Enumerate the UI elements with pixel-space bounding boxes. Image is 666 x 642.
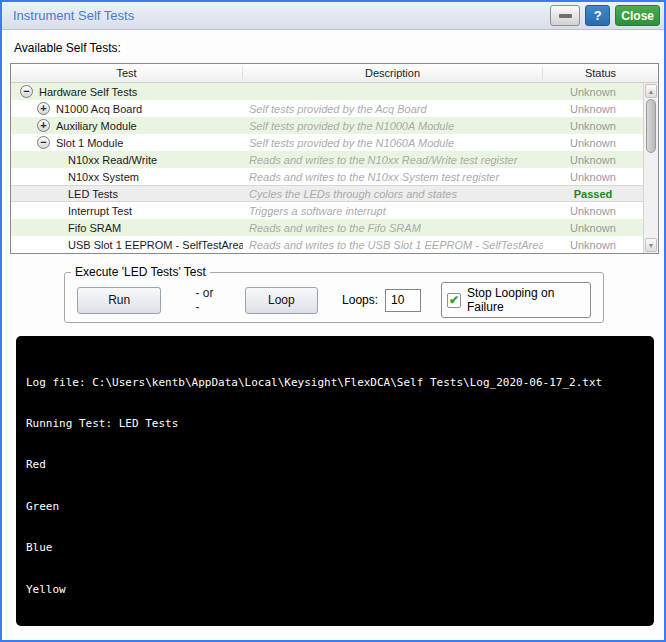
table-row-hardware-self-tests[interactable]: − Hardware Self Tests Unknown [11,83,643,100]
table-row-fifo-sram[interactable]: Fifo SRAM Reads and writes to the Fifo S… [11,219,643,236]
titlebar-buttons: ? Close [550,5,660,26]
scroll-up-icon[interactable]: ▲ [645,84,657,98]
stop-looping-checkbox-container[interactable]: ✔ Stop Looping on Failure [441,282,591,318]
help-button[interactable]: ? [585,5,610,26]
stop-looping-label: Stop Looping on Failure [467,286,583,314]
log-line: Yellow [26,583,644,597]
table-scrollbar[interactable]: ▲ ▼ [643,83,658,253]
table-header: Test Description Status [11,64,658,83]
checkbox-check-icon[interactable]: ✔ [447,293,461,308]
loops-label: Loops: [342,293,378,307]
tree-expand-icon[interactable]: + [37,102,50,115]
execute-group-legend: Execute 'LED Tests' Test [71,265,210,279]
log-line: Blue [26,541,644,555]
page-title: Instrument Self Tests [13,8,134,23]
test-status: Unknown [543,103,643,115]
table-row-interrupt-test[interactable]: Interrupt Test Triggers a software inter… [11,202,643,219]
tree-collapse-icon[interactable]: − [37,136,50,149]
tree-expand-icon[interactable]: + [37,119,50,132]
instrument-self-tests-dialog: Instrument Self Tests ? Close Available … [0,0,666,642]
table-row-usb-slot-1-eeprom[interactable]: USB Slot 1 EEPROM - SelfTestArea Reads a… [11,236,643,253]
test-description: Self tests provided by the Acq Board [243,103,543,115]
test-description: Self tests provided by the N1060A Module [243,137,543,149]
close-button[interactable]: Close [615,5,660,26]
log-line: Log file: C:\Users\kentb\AppData\Local\K… [26,376,644,390]
table-row-n10xx-read-write[interactable]: N10xx Read/Write Reads and writes to the… [11,151,643,168]
test-description: Triggers a software interrupt [243,205,543,217]
scrollbar-thumb[interactable] [646,99,656,153]
tree-collapse-icon[interactable]: − [20,85,33,98]
test-status: Unknown [543,239,643,251]
test-name: N10xx Read/Write [68,154,157,166]
loop-button[interactable]: Loop [245,287,318,314]
self-tests-table: Test Description Status − Hardware Self … [10,63,659,254]
log-line: Cyan [26,624,644,626]
help-icon: ? [594,8,602,23]
test-description: Reads and writes to the N10xx Read/Write… [243,154,543,166]
test-status: Unknown [543,222,643,234]
test-description: Reads and writes to the USB Slot 1 EEPRO… [243,239,543,251]
test-status: Unknown [543,205,643,217]
test-status: Unknown [543,86,643,98]
test-status: Unknown [543,171,643,183]
dialog-content: Available Self Tests: Test Description S… [2,41,664,626]
table-body: − Hardware Self Tests Unknown + N1000 Ac… [11,83,658,253]
available-self-tests-label: Available Self Tests: [14,41,664,55]
test-name: N10xx System [68,171,139,183]
table-row-led-tests-selected[interactable]: LED Tests Cycles the LEDs through colors… [11,185,643,202]
scroll-down-icon[interactable]: ▼ [645,238,657,252]
test-name: Interrupt Test [68,205,132,217]
run-button[interactable]: Run [77,287,161,314]
table-row-auxiliary-module[interactable]: + Auxiliary Module Self tests provided b… [11,117,643,134]
test-name: Fifo SRAM [68,222,121,234]
test-name: LED Tests [68,188,118,200]
execute-test-group: Execute 'LED Tests' Test Run - or - Loop… [64,265,604,323]
minimize-button[interactable] [550,5,580,26]
test-description: Cycles the LEDs through colors and state… [243,188,543,200]
test-name: Hardware Self Tests [39,86,137,98]
column-header-description[interactable]: Description [243,67,543,79]
test-description: Reads and writes to the Fifo SRAM [243,222,543,234]
log-line: Green [26,500,644,514]
table-row-n10xx-system[interactable]: N10xx System Reads and writes to the N10… [11,168,643,185]
test-status: Unknown [543,120,643,132]
log-console: Log file: C:\Users\kentb\AppData\Local\K… [16,336,654,626]
log-line: Running Test: LED Tests [26,417,644,431]
test-status: Unknown [543,154,643,166]
title-bar: Instrument Self Tests ? Close [2,2,664,30]
test-name: Auxiliary Module [56,120,137,132]
table-row-n1000-acq-board[interactable]: + N1000 Acq Board Self tests provided by… [11,100,643,117]
test-status-passed: Passed [543,188,643,200]
log-line: Red [26,458,644,472]
test-name: N1000 Acq Board [56,103,142,115]
or-label: - or - [195,286,218,314]
test-status: Unknown [543,137,643,149]
loops-input[interactable] [385,289,421,312]
column-header-status[interactable]: Status [543,67,658,79]
test-description: Self tests provided by the N1000A Module [243,120,543,132]
close-button-label: Close [621,9,654,23]
minimize-icon [559,14,572,18]
test-description: Reads and writes to the N10xx System tes… [243,171,543,183]
test-name: Slot 1 Module [56,137,123,149]
execute-controls: Run - or - Loop Loops: ✔ Stop Looping on… [65,279,603,318]
column-header-test[interactable]: Test [11,67,243,79]
test-name: USB Slot 1 EEPROM - SelfTestArea [68,239,243,251]
table-row-slot-1-module[interactable]: − Slot 1 Module Self tests provided by t… [11,134,643,151]
